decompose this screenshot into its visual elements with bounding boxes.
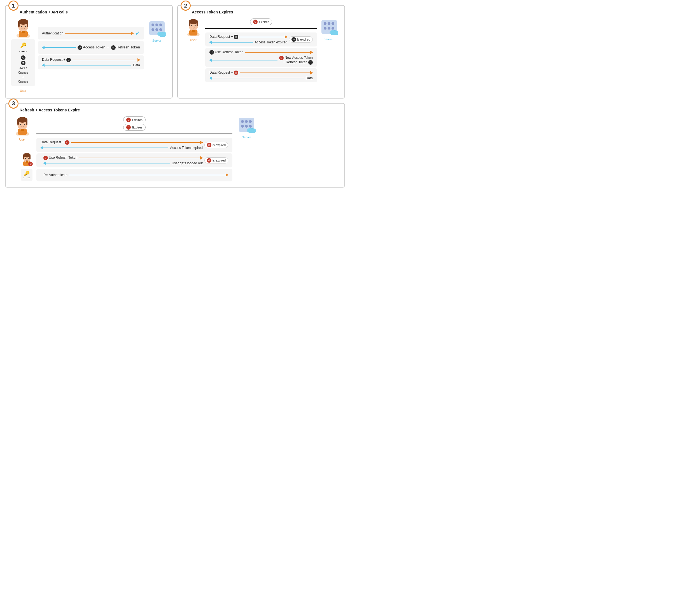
d2-step3: Data Request + ⊙ Data (205, 68, 317, 82)
section-number-1: 1 (8, 1, 18, 11)
server-icon-2 (320, 18, 338, 35)
d3-resp1-line (41, 148, 168, 148)
user-avatar-2 (186, 18, 201, 36)
main-container: 1 Authentication + API calls (0, 0, 350, 193)
server-label-3: Server (242, 135, 251, 139)
data-req-line-1 (73, 60, 140, 60)
svg-rect-5 (27, 22, 28, 27)
diagram-2: 2 Access Token Expires User (177, 5, 345, 98)
d3-exp-text-2: is expired (212, 159, 226, 162)
user-avatar-3b: ✕ (21, 153, 33, 167)
expires-label-2: Expires (259, 20, 269, 23)
token-box-1: 🔑 •••••• ⊙ ↺ JWT / Opaque + Opaque (11, 39, 35, 86)
svg-point-33 (327, 27, 330, 30)
expires1-label-3: Expires (132, 118, 143, 121)
d3-req2-label: ↺ Use Refresh Token (43, 156, 77, 160)
d3-req3-arrow: Re-Authenticate (43, 173, 228, 177)
expires-icon-3a: ⊙ (126, 118, 131, 122)
user-label-2: User (190, 38, 196, 42)
user-avatar-3 (14, 116, 31, 135)
d2-req1-line (240, 37, 287, 37)
svg-rect-4 (18, 22, 20, 27)
token-step: ⊙ Access Token + ↺ Refresh Token (38, 41, 144, 54)
section-title-2: Access Token Expires (192, 10, 339, 14)
d3-req3-line (69, 175, 228, 175)
svg-text:✕: ✕ (30, 163, 32, 166)
d2-req3-line (240, 73, 313, 73)
d3-step1: Data Request + ⊙ Access Token expired ⊙ (36, 138, 232, 152)
expires-pill-3a: ⊙ Expires (123, 116, 146, 123)
svg-point-53 (28, 158, 29, 159)
d3-resp1-label: Access Token expired (170, 146, 203, 150)
d3-step3: 🔑 •••••• Re-Authenticate (36, 169, 232, 182)
svg-rect-50 (23, 155, 24, 159)
svg-point-44 (20, 124, 21, 125)
d2-step2: ↺ Use Refresh Token ⊙ New Access Token +… (205, 48, 317, 67)
svg-point-52 (25, 158, 26, 159)
timeline-sep-3 (36, 134, 232, 134)
expires2-label-3: Expires (132, 126, 143, 129)
d2-resp2-text1: New Access Token (285, 56, 313, 60)
d3-req3-label: Re-Authenticate (43, 173, 68, 177)
data-resp-arrow-1: Data (42, 63, 140, 67)
d2-expired-badge-1: ⊙ is expired (289, 36, 313, 42)
d3-resp2-label: User gets logged out (172, 161, 203, 165)
expires-pill-3b: ↺ Expires (123, 124, 146, 131)
svg-point-30 (327, 22, 330, 25)
user-label-3: User (19, 138, 25, 141)
d3-exp-icon-1: ⊙ (207, 143, 211, 147)
svg-rect-42 (17, 120, 19, 125)
timeline-sep-2 (205, 28, 317, 29)
auth-arrow-line (65, 33, 134, 34)
d2-exp-icon-1: ⊙ (291, 37, 296, 42)
d2-resp2-arrow: ⊙ New Access Token + Refresh Token ↺ (209, 56, 313, 65)
svg-point-15 (159, 28, 162, 31)
svg-point-10 (151, 23, 154, 26)
data-req-label-1: Data Request + ⊙ (42, 58, 71, 62)
svg-point-62 (245, 125, 248, 128)
svg-point-11 (155, 23, 158, 26)
svg-point-12 (159, 23, 162, 26)
token-arrow-line (42, 47, 76, 48)
auth-arrow: Authentication ✓ (42, 30, 140, 37)
refresh-token-icon-2: ↺ (111, 45, 116, 50)
auth-label: Authentication (42, 31, 63, 35)
svg-rect-46 (21, 129, 24, 131)
d3-resp2-line (43, 163, 170, 164)
expires-icon-3b: ↺ (126, 125, 131, 130)
access-token-icon-3: ⊙ (67, 58, 71, 62)
svg-rect-23 (189, 22, 190, 26)
server-icon-3 (238, 116, 256, 133)
d2-req1-label: Data Request + ⊙ (209, 35, 238, 39)
svg-rect-43 (26, 120, 27, 125)
access-token-icon-1: ⊙ (21, 55, 25, 60)
access-token-icon-2: ⊙ (78, 45, 82, 50)
svg-point-61 (241, 125, 244, 128)
svg-point-63 (249, 125, 252, 128)
svg-point-60 (249, 120, 252, 123)
d2-req3-label: Data Request + ⊙ (209, 71, 238, 75)
d2-resp3-line (209, 78, 304, 78)
user-avatar-1 (15, 18, 32, 38)
d2-req2-label: ↺ Use Refresh Token (209, 50, 243, 55)
svg-point-3 (18, 19, 28, 25)
d2-refresh-token-1: ↺ (209, 50, 214, 55)
d2-resp2-line (209, 60, 278, 60)
svg-rect-24 (196, 22, 198, 26)
svg-point-6 (21, 26, 22, 27)
svg-point-7 (25, 26, 26, 27)
data-resp-line-1 (42, 65, 131, 65)
svg-rect-8 (22, 31, 25, 33)
d3-req1-label: Data Request + ⊙ (41, 140, 70, 145)
svg-point-45 (24, 124, 25, 125)
d3-req1-arrow: Data Request + ⊙ (41, 140, 203, 145)
d2-resp1-line (209, 42, 253, 42)
d2-resp2-text2: + Refresh Token (281, 60, 307, 64)
svg-point-41 (17, 117, 27, 122)
section-number-3: 3 (8, 98, 18, 109)
d2-req2-arrow: ↺ Use Refresh Token (209, 50, 313, 55)
svg-point-31 (332, 22, 334, 25)
svg-rect-51 (30, 155, 31, 159)
d3-expired-badge-1: ⊙ is expired (204, 142, 228, 148)
data-request-step-1: Data Request + ⊙ Data (38, 55, 144, 70)
